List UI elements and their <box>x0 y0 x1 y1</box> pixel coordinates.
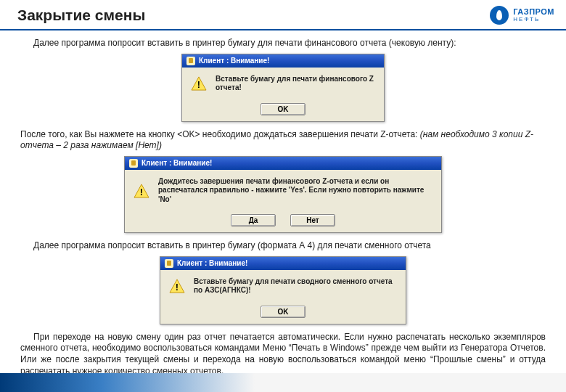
dialog-3-title-text: Клиент : Внимание! <box>177 259 247 267</box>
brand-name: ГАЗПРОМ <box>513 8 554 16</box>
brand-logo: ГАЗПРОМ НЕФТЬ <box>490 6 554 25</box>
dialog-2-title: Клиент : Внимание! <box>125 157 441 170</box>
footer-band <box>0 373 566 392</box>
svg-text:!: ! <box>176 282 179 293</box>
dialog-3-wrap: Клиент : Внимание! ! Вставьте бумагу для… <box>20 256 546 324</box>
ok-button[interactable]: OK <box>261 103 305 115</box>
dialog-2-message: Дождитесь завершения печати финансового … <box>158 177 432 205</box>
intro-paragraph-3: Далее программа попросит вставить в прин… <box>20 240 546 252</box>
header: Закрытие смены ГАЗПРОМ НЕФТЬ <box>0 0 566 30</box>
ok-button[interactable]: OK <box>261 306 305 318</box>
dialog-icon <box>186 57 195 65</box>
dialog-icon <box>165 259 173 268</box>
p2-text: После того, как Вы нажмете на кнопку <OK… <box>20 129 420 139</box>
dialog-2-wrap: Клиент : Внимание! ! Дождитесь завершени… <box>20 156 546 234</box>
dialog-icon <box>129 159 138 168</box>
dialog-1-message: Вставьте бумагу для печати финансового Z… <box>216 75 375 93</box>
svg-text:!: ! <box>140 187 143 197</box>
dialog-1-title: Клиент : Внимание! <box>182 54 384 68</box>
warning-icon: ! <box>134 184 149 198</box>
svg-text:!: ! <box>197 79 200 90</box>
warning-icon: ! <box>191 76 207 91</box>
no-button[interactable]: Нет <box>290 214 335 226</box>
content: Далее программа попросит вставить в прин… <box>0 30 566 387</box>
dialog-1-wrap: Клиент : Внимание! ! Вставьте бумагу для… <box>20 54 546 122</box>
warning-icon: ! <box>169 279 185 293</box>
dialog-3-message: Вставьте бумагу для печати сводного смен… <box>194 277 397 295</box>
intro-paragraph-2: После того, как Вы нажмете на кнопку <OK… <box>20 129 546 152</box>
dialog-2-title-text: Клиент : Внимание! <box>142 159 212 167</box>
dialog-1: Клиент : Внимание! ! Вставьте бумагу для… <box>181 54 385 122</box>
flame-icon <box>490 6 509 25</box>
dialog-2: Клиент : Внимание! ! Дождитесь завершени… <box>124 156 442 234</box>
dialog-1-title-text: Клиент : Внимание! <box>199 57 269 65</box>
page-title: Закрытие смены <box>17 7 145 24</box>
brand-sub: НЕФТЬ <box>513 16 554 23</box>
dialog-3: Клиент : Внимание! ! Вставьте бумагу для… <box>160 256 406 324</box>
yes-button[interactable]: Да <box>231 214 276 226</box>
intro-paragraph-1: Далее программа попросит вставить в прин… <box>20 38 546 49</box>
dialog-3-title: Клиент : Внимание! <box>160 257 406 270</box>
final-paragraph: При переходе на новую смену один раз отч… <box>20 332 546 377</box>
